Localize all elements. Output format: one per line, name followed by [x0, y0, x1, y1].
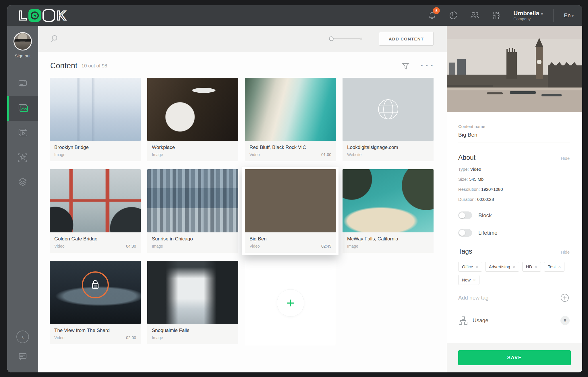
- collapse-button[interactable]: ‹: [16, 331, 29, 343]
- content-card[interactable]: Snoqualmie Falls Image: [147, 261, 238, 345]
- users-button[interactable]: [469, 10, 480, 21]
- account-name: Umbrella: [513, 10, 539, 16]
- playlists-icon: [17, 128, 28, 138]
- content-name-input[interactable]: [458, 132, 570, 143]
- lifetime-toggle[interactable]: [458, 229, 472, 237]
- about-label: Size:: [458, 177, 468, 182]
- tag-label: Office: [462, 264, 473, 269]
- language-menu[interactable]: En▾: [564, 12, 574, 19]
- card-duration: 01:00: [321, 152, 331, 157]
- block-toggle[interactable]: [458, 211, 472, 219]
- card-thumbnail: [343, 169, 434, 232]
- app-window: L K 5: [7, 5, 582, 372]
- account-menu[interactable]: Umbrella▾ Company: [513, 10, 543, 21]
- grid-size-slider[interactable]: [329, 36, 362, 41]
- about-label: Duration:: [458, 197, 476, 202]
- about-hide-link[interactable]: Hide: [561, 156, 570, 161]
- content-card[interactable]: McWay Falls, California Image: [343, 169, 434, 253]
- content-card-locked[interactable]: The View from The Shard Video02:00: [50, 261, 141, 345]
- card-type: Video: [249, 152, 260, 157]
- sidebar-nav: [7, 71, 38, 195]
- tag-chip[interactable]: New×: [458, 275, 479, 285]
- content-card[interactable]: Workplace Image: [147, 78, 238, 161]
- about-title: About: [458, 154, 475, 162]
- tag-chip[interactable]: Office×: [458, 262, 482, 272]
- content-card[interactable]: Golden Gate Bridge Video04:30: [50, 169, 141, 253]
- remove-tag-icon[interactable]: ×: [513, 264, 515, 269]
- sidebar-item-playlists[interactable]: [7, 121, 38, 145]
- card-duration: 04:30: [126, 244, 136, 248]
- support-chat-button[interactable]: [18, 352, 28, 363]
- card-thumbnail: [147, 78, 238, 141]
- remove-tag-icon[interactable]: ×: [473, 277, 476, 282]
- add-content-card[interactable]: +: [245, 261, 336, 345]
- card-thumbnail: [245, 169, 336, 232]
- filter-button[interactable]: [401, 62, 410, 70]
- card-title: Brooklyn Bridge: [54, 145, 136, 150]
- caret-down-icon: ▾: [541, 11, 543, 16]
- tag-chip[interactable]: HD×: [522, 262, 541, 272]
- locked-indicator: [82, 271, 109, 298]
- remove-tag-icon[interactable]: ×: [558, 264, 561, 269]
- sidebar: Sign out: [7, 26, 38, 372]
- notifications-button[interactable]: 5: [427, 10, 438, 21]
- main-area: ADD CONTENT Content 10 out of 98 • • •: [38, 26, 447, 372]
- card-type: Image: [347, 244, 358, 248]
- logo-letter-k: K: [57, 9, 66, 22]
- sign-out-link[interactable]: Sign out: [15, 53, 30, 58]
- topbar-divider: [553, 9, 554, 22]
- sidebar-item-screens[interactable]: [7, 71, 38, 96]
- more-options-button[interactable]: • • •: [421, 63, 434, 69]
- about-row-size: Size:545 Mb: [458, 177, 570, 182]
- card-thumbnail: [147, 169, 238, 232]
- content-card[interactable]: Lookdigitalsignage.com Website: [343, 78, 434, 161]
- sidebar-item-layers[interactable]: [7, 170, 38, 195]
- statistics-button[interactable]: [448, 10, 459, 21]
- add-tag-input[interactable]: [458, 295, 560, 301]
- tag-label: Advertising: [489, 264, 510, 269]
- usage-label: Usage: [473, 317, 488, 324]
- tag-chip[interactable]: Advertising×: [485, 262, 519, 272]
- funnel-icon: [401, 62, 410, 70]
- add-tag-button[interactable]: [560, 293, 570, 303]
- tags-hide-link[interactable]: Hide: [561, 250, 570, 254]
- screens-icon: [17, 79, 28, 89]
- logo-letter-o: [42, 9, 55, 22]
- add-content-button[interactable]: ADD CONTENT: [379, 32, 434, 46]
- remove-tag-icon[interactable]: ×: [476, 264, 478, 269]
- detail-panel: Content name About Hide Type:Video Size:…: [447, 26, 582, 372]
- card-type: Website: [347, 152, 361, 157]
- star-frame-icon: [17, 152, 28, 163]
- save-button[interactable]: SAVE: [458, 350, 571, 365]
- chat-icon: [18, 352, 28, 362]
- look-logo[interactable]: L K: [19, 9, 66, 22]
- card-title: Red Bluff, Black Rock VIC: [249, 145, 331, 150]
- usage-sitemap-icon: [458, 316, 468, 325]
- tag-label: HD: [526, 264, 532, 269]
- caret-down-icon: ▾: [572, 14, 574, 18]
- bigben-scene: [447, 26, 582, 112]
- lock-icon: [89, 279, 102, 291]
- content-card[interactable]: Red Bluff, Black Rock VIC Video01:00: [245, 78, 336, 161]
- content-card[interactable]: Brooklyn Bridge Image: [50, 78, 141, 161]
- content-card[interactable]: Sunrise in Chicago Image: [147, 169, 238, 253]
- settings-button[interactable]: [490, 10, 501, 21]
- about-value: 545 Mb: [469, 177, 483, 182]
- tag-label: New: [462, 277, 471, 282]
- add-tag-row: [458, 293, 570, 307]
- avatar[interactable]: [13, 32, 32, 50]
- card-type: Image: [152, 335, 163, 340]
- slider-knob[interactable]: [329, 36, 334, 41]
- usage-row[interactable]: Usage 5: [458, 316, 570, 325]
- search-button[interactable]: [50, 34, 60, 44]
- sidebar-item-branding[interactable]: [7, 145, 38, 170]
- about-value: 00:00:28: [477, 197, 494, 202]
- about-value: 1920×1080: [481, 187, 503, 192]
- content-card-selected[interactable]: Big Ben Video02:49: [242, 167, 339, 255]
- tag-chip[interactable]: Test×: [544, 262, 564, 272]
- card-title: Big Ben: [249, 236, 331, 242]
- tag-label: Test: [548, 264, 556, 269]
- sidebar-item-content[interactable]: [7, 96, 38, 121]
- remove-tag-icon[interactable]: ×: [535, 264, 537, 269]
- globe-icon: [375, 96, 401, 123]
